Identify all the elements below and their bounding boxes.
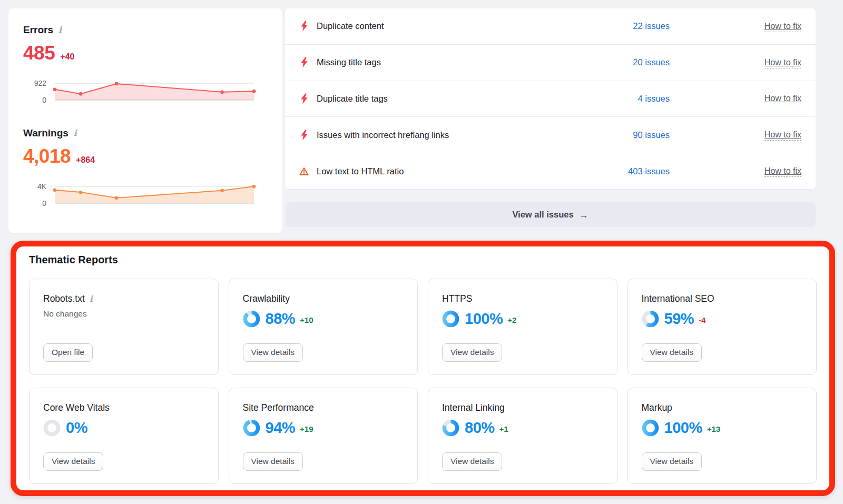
warning-triangle-icon [299, 167, 309, 176]
card-button[interactable]: View details [43, 452, 103, 471]
thematic-card: Markup 100% +13 View details [628, 388, 817, 484]
score-delta: -4 [699, 313, 705, 324]
score-ring [43, 419, 61, 437]
card-button-label: View details [650, 457, 693, 466]
how-to-fix-link[interactable]: How to fix [764, 22, 801, 32]
card-button[interactable]: View details [243, 452, 303, 471]
view-all-issues-label: View all issues [512, 210, 573, 220]
lightning-bolt-icon [299, 130, 309, 141]
thematic-reports-heading: Thematic Reports [29, 254, 817, 266]
how-to-fix-link[interactable]: How to fix [764, 166, 801, 177]
warnings-delta: +864 [76, 155, 95, 165]
view-all-issues-button[interactable]: View all issues → [285, 202, 816, 227]
score-percent: 80% [465, 420, 495, 436]
thematic-card: HTTPS 100% +2 View details [428, 279, 617, 375]
card-button-label: View details [450, 457, 494, 466]
issue-label: Missing title tags [317, 57, 381, 67]
fix-column: How to fix [670, 166, 801, 176]
warnings-sparkline: 4K 0 [23, 183, 256, 206]
issue-label: Duplicate content [317, 21, 384, 31]
thematic-card: International SEO 59% -4 View details [628, 279, 817, 375]
warnings-sparkline-axis: 4K 0 [23, 183, 53, 206]
thematic-reports-panel annotation-highlight: Thematic Reports Robots.txt i No changes… [11, 241, 835, 496]
card-title: Site Performance [243, 402, 314, 413]
score-ring [243, 310, 260, 328]
score-row: 94% +19 [243, 419, 313, 437]
fix-column: How to fix [670, 94, 801, 103]
thematic-card: Site Performance 94% +19 View details [229, 388, 418, 484]
issue-count-link[interactable]: 403 issues [628, 166, 670, 176]
card-title: Robots.txt [43, 293, 85, 304]
score-percent: 59% [664, 311, 694, 327]
score-ring [642, 419, 659, 437]
score-percent: 88% [266, 311, 296, 327]
issue-row: Missing title tags 20 issues How to fix [285, 44, 816, 81]
axis-max-label: 4K [37, 182, 46, 191]
score-delta: +19 [300, 422, 313, 433]
score-percent: 100% [465, 311, 503, 327]
axis-min-label: 0 [42, 96, 46, 104]
card-title: Markup [642, 402, 672, 413]
warnings-sparkline-chart [53, 183, 256, 206]
robots-status-text: No changes [43, 309, 87, 319]
warnings-title: Warnings [23, 127, 68, 139]
card-button-label: View details [251, 348, 295, 357]
card-button-label: View details [52, 457, 95, 466]
score-ring [442, 310, 459, 328]
score-row: 59% -4 [642, 310, 706, 328]
issue-count-link[interactable]: 20 issues [633, 57, 670, 67]
site-audit-dashboard: { "colors": { "page_bg": "#f1f2f6", "err… [0, 0, 843, 504]
how-to-fix-link[interactable]: How to fix [764, 58, 801, 68]
lightning-bolt-icon [299, 21, 309, 32]
card-button[interactable]: View details [442, 343, 502, 362]
issue-count-link[interactable]: 90 issues [633, 130, 670, 140]
thematic-card: Crawlability 88% +10 View details [229, 279, 418, 375]
issue-label: Issues with incorrect hreflang links [317, 130, 449, 140]
card-title: Core Web Vitals [43, 402, 110, 413]
thematic-cards-grid: Robots.txt i No changes Open file Crawla… [29, 279, 817, 484]
score-delta: +2 [507, 313, 516, 324]
errors-value: 485 [23, 42, 55, 64]
card-button[interactable]: View details [642, 452, 702, 471]
score-row: 0% [43, 419, 87, 437]
score-ring [642, 310, 659, 328]
warnings-value: 4,018 [23, 145, 71, 167]
warnings-metric: Warnings i 4,018 +864 4K 0 [23, 127, 256, 206]
how-to-fix-link[interactable]: How to fix [764, 94, 801, 104]
issue-row: Issues with incorrect hreflang links 90 … [285, 116, 816, 153]
issue-count-link[interactable]: 4 issues [638, 94, 670, 104]
score-delta: +1 [499, 422, 508, 433]
errors-sparkline-chart [53, 80, 256, 103]
issue-count-link[interactable]: 22 issues [633, 21, 670, 31]
how-to-fix-link[interactable]: How to fix [764, 130, 801, 141]
issues-panel: Duplicate content 22 issues How to fix M… [285, 8, 816, 189]
card-button[interactable]: View details [642, 343, 702, 362]
info-icon[interactable]: i [74, 129, 77, 137]
fix-column: How to fix [670, 130, 801, 140]
issue-row: Duplicate title tags 4 issues How to fix [285, 81, 816, 117]
card-button-label: View details [450, 348, 494, 357]
lightning-bolt-icon [299, 93, 309, 104]
issue-row: Low text to HTML ratio 403 issues How to… [285, 153, 816, 189]
score-percent: 94% [266, 420, 296, 436]
score-percent: 0% [66, 420, 87, 436]
score-percent: 100% [664, 420, 702, 436]
errors-delta: +40 [60, 52, 74, 62]
score-row: 88% +10 [243, 310, 313, 328]
fix-column: How to fix [670, 22, 801, 31]
info-icon[interactable]: i [90, 295, 93, 303]
card-button[interactable]: Open file [43, 343, 93, 362]
axis-max-label: 922 [34, 79, 46, 87]
errors-title: Errors [23, 24, 53, 36]
thematic-card: Internal Linking 80% +1 View details [428, 388, 617, 484]
errors-metric: Errors i 485 +40 922 0 [23, 24, 256, 103]
card-button[interactable]: View details [243, 343, 303, 362]
score-row: 100% +13 [642, 419, 721, 437]
issue-label: Duplicate title tags [317, 94, 388, 104]
score-row: 80% +1 [442, 419, 508, 437]
errors-sparkline-axis: 922 0 [23, 80, 53, 103]
summary-card: Errors i 485 +40 922 0 Warnings i 4,018 … [8, 8, 282, 233]
arrow-right-icon: → [579, 210, 589, 220]
info-icon[interactable]: i [58, 26, 62, 34]
card-button[interactable]: View details [442, 452, 502, 471]
